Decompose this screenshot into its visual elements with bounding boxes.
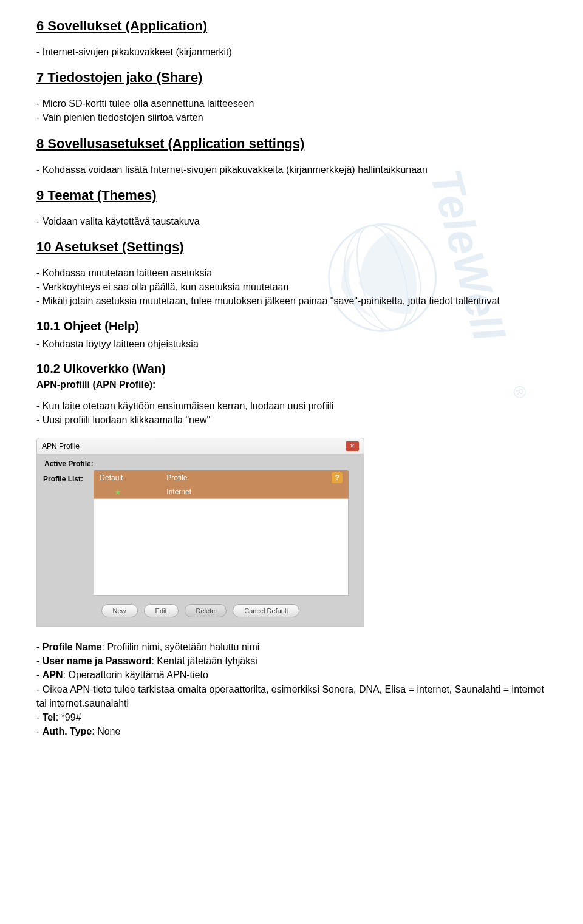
help-icon[interactable]: ? — [332, 472, 343, 483]
active-profile-label: Active Profile: — [43, 457, 358, 470]
f2-label: User name ja Password — [43, 656, 152, 666]
heading-7: 7 Tiedostojen jako (Share) — [36, 70, 547, 86]
dialog-title: APN Profile — [42, 442, 80, 450]
apn-profile-dialog: APN Profile ✕ Active Profile: Profile Li… — [36, 438, 364, 627]
f3-dash: - — [36, 670, 43, 680]
heading-10: 10 Asetukset (Settings) — [36, 239, 547, 255]
text-8-1: - Kohdassa voidaan lisätä Internet-sivuj… — [36, 163, 547, 177]
f5-dash: - — [36, 712, 43, 722]
f2-dash: - — [36, 656, 43, 666]
text-10-2: - Verkkoyhteys ei saa olla päällä, kun a… — [36, 280, 547, 294]
f1-dash: - — [36, 642, 43, 652]
text-6-1: - Internet-sivujen pikakuvakkeet (kirjan… — [36, 45, 547, 59]
col-profile: Profile — [166, 474, 332, 482]
cancel-default-button[interactable]: Cancel Default — [233, 604, 299, 617]
heading-6: 6 Sovellukset (Application) — [36, 18, 547, 34]
new-button[interactable]: New — [101, 604, 138, 617]
f5-label: Tel — [43, 712, 56, 722]
f6-text: : None — [92, 726, 120, 736]
f2-text: : Kentät jätetään tyhjäksi — [151, 656, 257, 666]
close-icon[interactable]: ✕ — [346, 441, 359, 451]
apn-subtitle: APN-profiili (APN Profile): — [36, 379, 547, 390]
f1-text: : Profiilin nimi, syötetään haluttu nimi — [102, 642, 260, 652]
edit-button[interactable]: Edit — [144, 604, 179, 617]
f1-label: Profile Name — [43, 642, 102, 652]
profile-name: Internet — [166, 487, 343, 496]
profile-list-empty — [94, 498, 349, 596]
heading-10-1: 10.1 Ohjeet (Help) — [36, 319, 547, 333]
profile-list-header: Default Profile ? — [94, 470, 349, 485]
text-10-3: - Mikäli jotain asetuksia muutetaan, tul… — [36, 294, 547, 308]
text-7-2: - Vain pienien tiedostojen siirtoa varte… — [36, 110, 547, 124]
f5-text: : *99# — [56, 712, 81, 722]
col-default: Default — [100, 474, 166, 482]
f3-label: APN — [43, 670, 63, 680]
f6-label: Auth. Type — [43, 726, 92, 736]
f3-text: : Operaattorin käyttämä APN-tieto — [63, 670, 208, 680]
profile-row[interactable]: ★ Internet — [94, 485, 349, 498]
text-7-1: - Micro SD-kortti tulee olla asennettuna… — [36, 97, 547, 110]
heading-10-2: 10.2 Ulkoverkko (Wan) — [36, 362, 547, 376]
text-10-1: - Kohdassa muutetaan laitteen asetuksia — [36, 266, 547, 280]
heading-8: 8 Sovellusasetukset (Application setting… — [36, 136, 547, 152]
f6-dash: - — [36, 726, 43, 736]
text-10-1-1: - Kohdasta löytyy laitteen ohjeistuksia — [36, 337, 547, 351]
text-10-2-1: - Kun laite otetaan käyttöön ensimmäisen… — [36, 399, 547, 413]
text-10-2-2: - Uusi profiili luodaan klikkaamalla "ne… — [36, 413, 547, 427]
delete-button[interactable]: Delete — [185, 604, 227, 617]
profile-list-label: Profile List: — [43, 470, 92, 483]
text-9-1: - Voidaan valita käytettävä taustakuva — [36, 214, 547, 228]
heading-9: 9 Teemat (Themes) — [36, 188, 547, 203]
star-icon: ★ — [100, 487, 166, 497]
f4-text: - Oikea APN-tieto tulee tarkistaa omalta… — [36, 682, 547, 710]
